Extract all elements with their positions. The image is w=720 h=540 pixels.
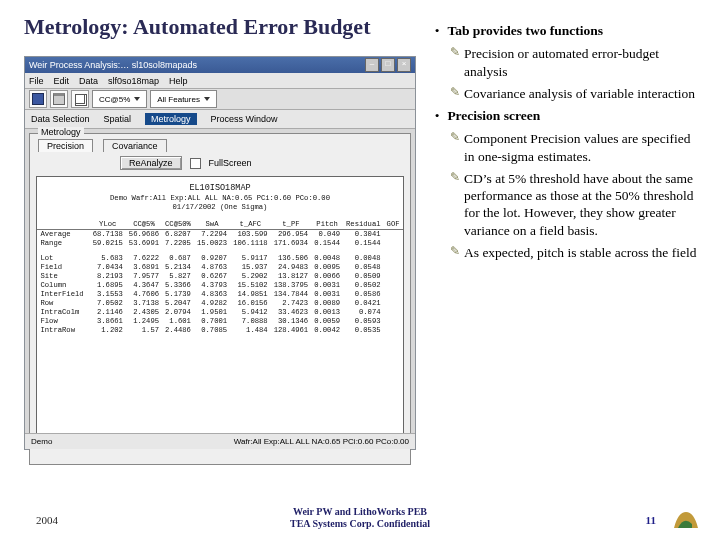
metrology-panel: Metrology Precision Covariance ReAnalyze…	[29, 133, 411, 465]
bullet-panel: • Tab provides two functions ✎Precision …	[430, 18, 700, 266]
bullet-2: Precision screen	[447, 108, 540, 123]
app-window: Weir Process Analysis:… sl10sol8mapads –…	[24, 56, 416, 450]
fullscreen-checkbox[interactable]	[190, 158, 201, 169]
chevron-down-icon	[134, 97, 140, 101]
menu-dataset[interactable]: slf0so18map	[108, 76, 159, 86]
menu-data[interactable]: Data	[79, 76, 98, 86]
footer-page: 11	[646, 514, 656, 526]
logo-icon	[672, 508, 700, 532]
report-title-3: 01/17/2002 (One Sigma)	[37, 203, 403, 212]
print-icon	[53, 93, 65, 105]
minimize-button[interactable]: –	[365, 58, 379, 72]
tab-metrology[interactable]: Metrology	[145, 113, 197, 125]
close-button[interactable]: ×	[397, 58, 411, 72]
footer-mid: Weir PW and LithoWorks PEB TEA Systems C…	[0, 506, 720, 530]
bullet-2c: As expected, pitch is stable across the …	[464, 244, 700, 261]
menu-edit[interactable]: Edit	[54, 76, 70, 86]
bullet-2b: CD’s at 5% threshold have about the same…	[464, 170, 700, 239]
precision-table: YLocCC@5%CC@50%SwAt_AFCt_PFPitchResidual…	[37, 220, 402, 335]
status-right: Wafr:All Exp:ALL ALL NA:0.65 PCi:0.60 PC…	[234, 437, 409, 446]
report-area: EL10ISO18MAP Demo Wafr:All Exp:ALL ALL N…	[36, 176, 404, 436]
chevron-down-icon	[204, 97, 210, 101]
bullet-1a: Precision or automated error-budget anal…	[464, 45, 700, 80]
features-select[interactable]: All Features	[150, 90, 217, 108]
pen-icon: ✎	[450, 170, 464, 239]
status-left: Demo	[31, 437, 52, 446]
titlebar: Weir Process Analysis:… sl10sol8mapads –…	[25, 57, 415, 73]
report-title-1: EL10ISO18MAP	[37, 183, 403, 194]
slide-title: Metrology: Automated Error Budget	[24, 14, 370, 40]
tab-data-selection[interactable]: Data Selection	[31, 113, 90, 125]
tab-precision[interactable]: Precision	[38, 139, 93, 152]
menubar: File Edit Data slf0so18map Help	[25, 73, 415, 89]
bullet-1b: Covariance analysis of variable interact…	[464, 85, 700, 102]
pen-icon: ✎	[450, 45, 464, 80]
bullet-1: Tab provides two functions	[447, 23, 603, 38]
menu-file[interactable]: File	[29, 76, 44, 86]
reanalyze-button[interactable]: ReAnalyze	[120, 156, 182, 170]
save-icon	[32, 93, 44, 105]
toolbar: CC@5% All Features	[25, 89, 415, 110]
report-title-2: Demo Wafr:All Exp:ALL ALL NA:0.65 PCi:0.…	[37, 194, 403, 203]
tab-covariance[interactable]: Covariance	[103, 139, 167, 152]
bullet-2a: Component Precision values are specified…	[464, 130, 700, 165]
window-title: Weir Process Analysis:… sl10sol8mapads	[29, 60, 197, 70]
fullscreen-label: FullScreen	[209, 158, 252, 168]
variable-select[interactable]: CC@5%	[92, 90, 147, 108]
print-button[interactable]	[50, 90, 68, 108]
panel-label: Metrology	[38, 127, 84, 137]
pen-icon: ✎	[450, 244, 464, 261]
statusbar: Demo Wafr:All Exp:ALL ALL NA:0.65 PCi:0.…	[25, 433, 415, 449]
copy-icon	[75, 94, 85, 104]
tab-process-window[interactable]: Process Window	[211, 113, 278, 125]
maximize-button[interactable]: □	[381, 58, 395, 72]
copy-button[interactable]	[71, 90, 89, 108]
tab-spatial[interactable]: Spatial	[104, 113, 132, 125]
menu-help[interactable]: Help	[169, 76, 188, 86]
pen-icon: ✎	[450, 85, 464, 102]
pen-icon: ✎	[450, 130, 464, 165]
save-button[interactable]	[29, 90, 47, 108]
